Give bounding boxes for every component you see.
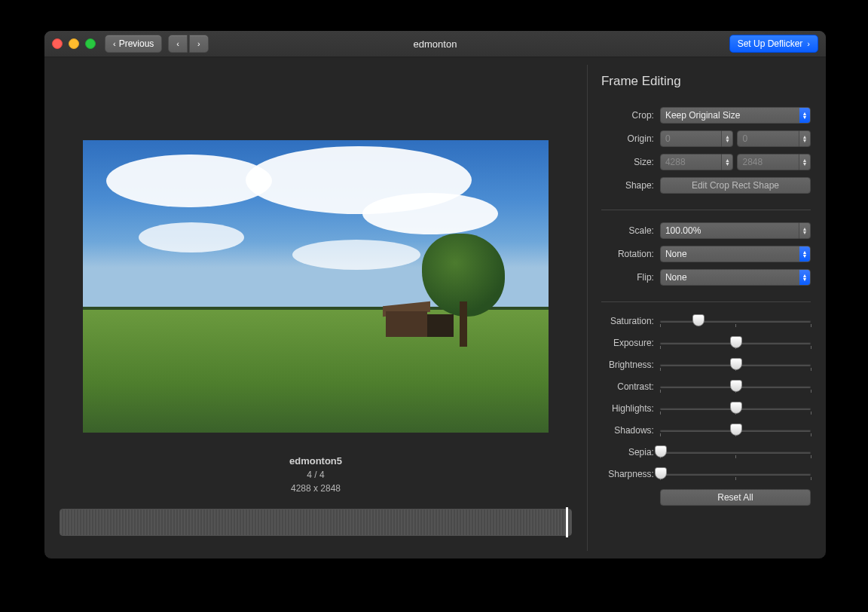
sharpness-row: Sharpness:	[601, 467, 811, 481]
updown-icon: ▲▼	[799, 246, 810, 262]
size-h-field[interactable]: 2848	[737, 154, 799, 170]
origin-y-field[interactable]: 0	[737, 130, 799, 147]
updown-icon: ▲▼	[799, 270, 810, 285]
size-w-stepper[interactable]: ▲▼	[722, 154, 733, 170]
highlights-slider[interactable]	[660, 402, 811, 415]
crop-mode-popup[interactable]: Keep Original Size ▲▼	[660, 107, 811, 124]
window-body: edmonton5 4 / 4 4288 x 2848 Frame Editin…	[44, 57, 826, 558]
previous-button-label: Previous	[119, 38, 154, 49]
exposure-slider[interactable]	[660, 336, 811, 350]
sepia-label: Sepia:	[601, 447, 654, 457]
origin-label: Origin:	[601, 133, 654, 144]
sepia-row: Sepia:	[601, 445, 811, 459]
flip-label: Flip:	[601, 272, 654, 283]
size-h-stepper[interactable]: ▲▼	[799, 154, 811, 170]
reset-all-label: Reset All	[717, 492, 753, 503]
adjust-section: Saturation: Exposure: Brightness: Contra…	[601, 301, 811, 515]
frame-filename: edmonton5	[289, 455, 342, 467]
origin-x-field[interactable]: 0	[660, 130, 723, 147]
frame-preview-image[interactable]	[83, 140, 549, 433]
go-back-button[interactable]: ‹	[168, 35, 188, 53]
transform-section: Scale: 100.00% ▲▼ Rotation: None ▲▼ Flip…	[601, 210, 811, 301]
origin-y-stepper[interactable]: ▲▼	[799, 130, 811, 147]
app-window: ‹ Previous ‹ › edmonton Set Up Deflicker…	[44, 30, 827, 559]
exposure-label: Exposure:	[601, 338, 654, 348]
chevron-left-icon: ‹	[113, 39, 116, 48]
sharpness-slider[interactable]	[660, 467, 811, 481]
sepia-slider[interactable]	[660, 445, 811, 459]
flip-popup[interactable]: None ▲▼	[660, 269, 811, 286]
contrast-row: Contrast:	[601, 380, 811, 393]
previous-button[interactable]: ‹ Previous	[105, 35, 162, 53]
brightness-label: Brightness:	[601, 360, 654, 370]
prev-next-segmented: ‹ ›	[168, 35, 208, 53]
origin-x-stepper[interactable]: ▲▼	[722, 130, 733, 147]
preview-area: edmonton5 4 / 4 4288 x 2848	[44, 57, 587, 558]
crop-mode-value: Keep Original Size	[665, 110, 740, 121]
rotation-popup[interactable]: None ▲▼	[660, 246, 811, 262]
scale-label: Scale:	[601, 225, 654, 236]
frame-metadata: edmonton5 4 / 4 4288 x 2848	[289, 455, 342, 494]
edit-crop-shape-label: Edit Crop Rect Shape	[692, 180, 779, 191]
minimize-window-button[interactable]	[69, 38, 79, 49]
chevron-right-icon: ›	[197, 39, 200, 48]
close-window-button[interactable]	[52, 38, 63, 49]
frame-index: 4 / 4	[289, 470, 342, 480]
exposure-row: Exposure:	[601, 336, 811, 350]
window-controls	[52, 38, 96, 49]
scale-stepper[interactable]: ▲▼	[799, 222, 811, 239]
brightness-row: Brightness:	[601, 358, 811, 372]
rotation-label: Rotation:	[601, 249, 654, 259]
shadows-label: Shadows:	[601, 425, 654, 436]
crop-section: Crop: Keep Original Size ▲▼ Origin: 0 ▲▼	[601, 107, 811, 210]
saturation-row: Saturation:	[601, 314, 811, 328]
size-w-field[interactable]: 4288	[660, 154, 723, 170]
frame-editing-panel: Frame Editing Crop: Keep Original Size ▲…	[588, 57, 826, 558]
saturation-slider[interactable]	[660, 314, 811, 328]
contrast-label: Contrast:	[601, 381, 654, 392]
size-label: Size:	[601, 157, 654, 167]
frame-dimensions: 4288 x 2848	[289, 483, 342, 494]
crop-label: Crop:	[601, 110, 654, 121]
playhead-handle[interactable]	[566, 507, 568, 537]
chevron-left-icon: ‹	[176, 39, 179, 48]
go-forward-button[interactable]: ›	[189, 35, 209, 53]
setup-deflicker-label: Set Up Deflicker	[738, 38, 803, 49]
shadows-row: Shadows:	[601, 424, 811, 437]
rotation-value: None	[665, 249, 687, 259]
highlights-row: Highlights:	[601, 402, 811, 415]
saturation-label: Saturation:	[601, 316, 654, 326]
shape-label: Shape:	[601, 180, 654, 191]
highlights-label: Highlights:	[601, 403, 654, 414]
updown-icon: ▲▼	[799, 108, 810, 123]
setup-deflicker-button[interactable]: Set Up Deflicker ›	[729, 35, 818, 53]
contrast-slider[interactable]	[660, 380, 811, 393]
titlebar: ‹ Previous ‹ › edmonton Set Up Deflicker…	[44, 31, 826, 57]
reset-all-button[interactable]: Reset All	[660, 489, 811, 506]
scale-field[interactable]: 100.00%	[660, 222, 799, 239]
panel-heading: Frame Editing	[601, 74, 811, 89]
timeline-scrubber[interactable]	[60, 509, 572, 536]
sharpness-label: Sharpness:	[601, 469, 654, 479]
shadows-slider[interactable]	[660, 424, 811, 437]
flip-value: None	[665, 272, 687, 283]
zoom-window-button[interactable]	[85, 38, 96, 49]
brightness-slider[interactable]	[660, 358, 811, 372]
chevron-right-icon: ›	[807, 39, 810, 48]
edit-crop-shape-button[interactable]: Edit Crop Rect Shape	[660, 177, 811, 194]
